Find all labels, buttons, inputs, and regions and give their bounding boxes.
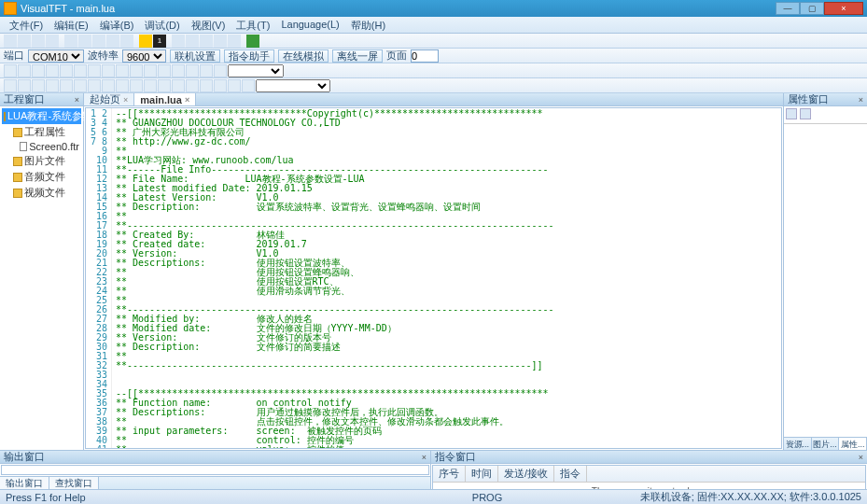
tb-redo-icon[interactable] [120,35,133,48]
tb-undo-icon[interactable] [106,35,119,48]
tb-run-icon[interactable] [246,35,259,48]
tb3-icon[interactable] [214,64,227,77]
tb-save-icon[interactable] [32,35,45,48]
tb-copy-icon[interactable] [78,35,91,48]
col-cmd[interactable]: 指令 [554,466,587,482]
code-editor[interactable]: 1 2 3 4 5 6 7 8 9 10 11 12 13 14 15 16 1… [85,107,782,449]
maximize-button[interactable]: ▢ [800,2,824,15]
tb4-icon[interactable] [172,79,185,92]
col-seq[interactable]: 序号 [433,466,466,482]
tb3-icon[interactable] [46,64,59,77]
bottom-tab-output[interactable]: 输出窗口 [0,477,49,489]
prop-cat-icon[interactable] [800,108,811,119]
tree-root[interactable]: LUA教程-系统参数设置 [2,108,81,124]
tb-open-icon[interactable] [18,35,31,48]
tb4-icon[interactable] [102,79,115,92]
tab-close-icon[interactable]: × [123,95,128,105]
page-input[interactable] [411,49,439,63]
tb3-icon[interactable] [158,64,171,77]
tb-a-icon[interactable] [172,35,185,48]
tb4-icon[interactable] [46,79,59,92]
tb-saveall-icon[interactable] [46,35,59,48]
tb3-icon[interactable] [102,64,115,77]
tb3-icon[interactable] [116,64,129,77]
tb3-icon[interactable] [4,64,17,77]
close-button[interactable]: × [824,2,863,15]
tb4-icon[interactable] [158,79,171,92]
conn-settings-button[interactable]: 联机设置 [170,49,220,63]
tb3-icon[interactable] [88,64,101,77]
tb4-icon[interactable] [32,79,45,92]
cmd-assistant-button[interactable]: 指令助手 [224,49,274,63]
pane-close-icon[interactable]: × [859,453,863,462]
tb4-icon[interactable] [228,79,241,92]
tree-item[interactable]: Screen0.ftr [2,140,81,153]
tab-startpage[interactable]: 起始页× [84,93,134,105]
tree-item[interactable]: 图片文件 [2,153,81,169]
tree-item[interactable]: 工程属性 [2,124,81,140]
right-tab-image[interactable]: 图片... [812,438,840,450]
menu-tools[interactable]: 工具(T) [231,17,275,33]
tb4-icon[interactable] [18,79,31,92]
menu-language[interactable]: Language(L) [275,17,344,33]
menu-debug[interactable]: 调试(D) [139,17,185,33]
right-tab-resource[interactable]: 资源... [784,438,812,450]
col-time[interactable]: 时间 [466,466,498,482]
tb4-icon[interactable] [186,79,199,92]
tb3-icon[interactable] [186,64,199,77]
tb3-icon[interactable] [144,64,157,77]
menu-view[interactable]: 视图(V) [186,17,231,33]
prop-sort-icon[interactable] [786,108,797,119]
tab-mainlua[interactable]: main.lua× [134,93,196,105]
tb4-icon[interactable] [214,79,227,92]
tb-c-icon[interactable] [200,35,213,48]
tb-new-icon[interactable] [4,35,17,48]
tb4-icon[interactable] [130,79,143,92]
tb-b-icon[interactable] [186,35,199,48]
tb4-combo[interactable] [256,79,330,92]
tb4-icon[interactable] [200,79,213,92]
tb3-icon[interactable] [172,64,185,77]
pane-close-icon[interactable]: × [422,453,427,462]
online-sim-button[interactable]: 在线模拟 [278,49,329,63]
tb-num1-icon[interactable]: 1 [153,35,166,48]
tb4-icon[interactable] [60,79,73,92]
tb3-icon[interactable] [74,64,87,77]
tb-lock-icon[interactable] [139,35,152,48]
tree-item[interactable]: 视频文件 [2,185,81,201]
tab-close-icon[interactable]: × [185,95,189,105]
port-select[interactable]: COM10 [28,49,84,63]
bottom-tab-find[interactable]: 查找窗口 [49,477,99,489]
col-sendrecv[interactable]: 发送/接收 [498,466,554,482]
menu-help[interactable]: 帮助(H) [345,17,391,33]
tb4-icon[interactable] [4,79,17,92]
project-tree[interactable]: LUA教程-系统参数设置 工程属性 Screen0.ftr 图片文件 音频文件 … [0,106,83,203]
tb4-icon[interactable] [74,79,87,92]
tb3-icon[interactable] [200,64,213,77]
tb4-icon[interactable] [144,79,157,92]
tb3-icon[interactable] [60,64,73,77]
tb3-icon[interactable] [130,64,143,77]
pane-close-icon[interactable]: × [859,95,863,105]
tb4-icon[interactable] [242,79,255,92]
menu-edit[interactable]: 编辑(E) [49,17,94,33]
minimize-button[interactable]: — [776,2,800,15]
menu-file[interactable]: 文件(F) [4,17,49,33]
tb3-icon[interactable] [32,64,45,77]
tb-e-icon[interactable] [228,35,241,48]
tb-cut-icon[interactable] [64,35,77,48]
tb-d-icon[interactable] [214,35,227,48]
tree-item[interactable]: 音频文件 [2,169,81,185]
code-content[interactable]: --[[******************************Copyri… [112,108,781,448]
menu-build[interactable]: 编译(B) [94,17,140,33]
offline-sim-button[interactable]: 离线一屏 [332,49,383,63]
pane-close-icon[interactable]: × [75,95,79,105]
tb4-icon[interactable] [88,79,101,92]
output-content[interactable] [1,465,429,475]
tb3-combo[interactable] [228,64,284,77]
baud-select[interactable]: 9600 [122,49,166,63]
tb4-icon[interactable] [116,79,129,92]
tb-paste-icon[interactable] [92,35,105,48]
right-tab-property[interactable]: 属性... [839,438,867,450]
tb3-icon[interactable] [18,64,31,77]
